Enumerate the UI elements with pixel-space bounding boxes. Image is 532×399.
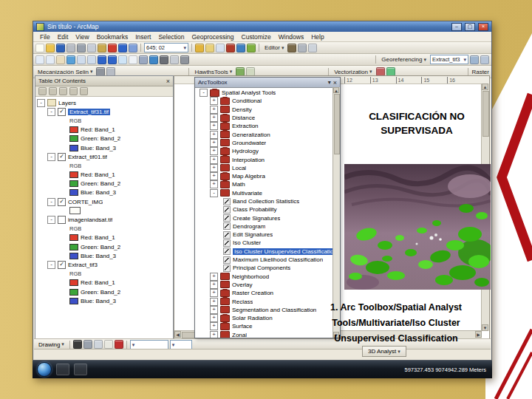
collapse-icon[interactable] [47,108,55,116]
tool-item[interactable]: Maximum Likelihood Classification [197,256,332,264]
expand-icon[interactable] [210,314,218,322]
toc-layer-row[interactable]: Extract_tif31.tif [37,107,173,116]
hawthstools-dropdown[interactable]: HawthsTools [192,69,234,75]
georef-rotate-icon[interactable] [480,55,489,64]
forward-extent-icon[interactable] [108,55,117,64]
toolset-node[interactable]: Density [197,106,332,114]
scroll-up-icon[interactable] [333,87,339,93]
toolset-node[interactable]: Local [197,164,332,172]
rectangle-tool-icon[interactable] [94,340,103,349]
font-combo[interactable] [130,340,168,349]
zoom-in-icon[interactable] [35,55,44,64]
expand-icon[interactable] [210,97,218,105]
collapse-icon[interactable] [210,189,218,197]
start-button[interactable] [37,362,52,377]
list-by-selection-icon[interactable] [69,87,78,95]
layer-checkbox[interactable] [58,261,66,269]
modelbuilder-icon[interactable] [247,44,256,52]
identify-icon[interactable] [149,55,158,64]
expand-icon[interactable] [210,306,218,314]
arccatalog-icon[interactable] [205,44,214,52]
search-icon[interactable] [216,44,225,52]
expand-icon[interactable] [210,273,218,281]
tool-item[interactable]: Create Signatures [197,214,332,222]
toolset-node[interactable]: Overlay [197,281,332,289]
toolset-node[interactable]: Raster Creation [197,289,332,297]
expand-icon[interactable] [210,106,218,114]
menu-item[interactable]: Windows [275,33,307,41]
taskbar-app-icon[interactable] [74,364,87,375]
tool-item[interactable]: Iso Cluster [197,239,332,247]
full-extent-icon[interactable] [66,55,75,64]
georeferencing-dropdown[interactable]: Georeferencing [379,56,429,63]
scroll-left-icon[interactable] [174,331,181,338]
toc-layer-row[interactable]: imagenlandsat.tif [37,215,173,224]
scale-combo[interactable]: 645; 02 [144,43,188,52]
georef-fit-icon[interactable] [470,55,479,64]
redo-icon[interactable] [129,44,137,52]
new-document-icon[interactable] [35,44,44,52]
fixed-zoom-in-icon[interactable] [77,55,86,64]
tool-item[interactable]: Dendrogram [197,222,332,231]
layer-checkbox[interactable] [58,216,66,224]
undo-icon[interactable] [118,44,127,52]
collapse-icon[interactable] [47,216,55,224]
add-data-icon[interactable] [195,44,204,52]
expand-icon[interactable] [210,331,218,338]
layer-checkbox[interactable] [58,108,66,116]
menu-item[interactable]: Selection [154,33,188,41]
editor-sketch-icon[interactable] [287,44,296,52]
toc-layer-row[interactable]: Extract_tif3 [37,260,173,269]
maximize-icon[interactable] [465,23,475,31]
list-by-visibility-icon[interactable] [59,87,67,95]
python-window-icon[interactable] [236,44,245,52]
layer-checkbox[interactable] [58,198,66,206]
toolset-node[interactable]: Generalization [197,130,332,138]
menu-item[interactable]: File [36,33,54,41]
close-icon[interactable] [478,23,488,31]
mecanizacion-dropdown[interactable]: Mecanización Selin [35,69,95,75]
expand-icon[interactable] [210,122,218,130]
toc-layer-row[interactable]: Extract_tif01.tif [37,152,173,161]
cut-icon[interactable] [77,44,86,52]
go-to-xy-icon[interactable] [170,55,179,64]
expand-icon[interactable] [210,172,218,180]
select-features-icon[interactable] [118,55,127,64]
list-by-drawing-order-icon[interactable] [38,87,47,95]
layer-checkbox[interactable] [58,153,66,161]
toc-root-row[interactable]: Layers [37,98,173,107]
chevron-down-icon[interactable] [328,79,331,86]
toolset-node[interactable]: Hydrology [197,147,332,155]
minimize-icon[interactable] [451,23,462,31]
menu-item[interactable]: Customize [238,33,275,41]
collapse-icon[interactable] [200,89,208,97]
toc-options-icon[interactable] [80,87,88,95]
menu-item[interactable]: Help [307,33,327,41]
collapse-icon[interactable] [47,261,55,269]
toolbox-node[interactable]: Spatial Analyst Tools [197,89,332,97]
menu-item[interactable]: View [72,33,92,41]
expand-icon[interactable] [210,289,218,297]
tool-item[interactable]: Principal Components [197,264,332,272]
close-icon[interactable] [166,78,170,85]
raster-toolbar-label[interactable]: Raster [471,69,489,75]
back-extent-icon[interactable] [98,55,106,64]
editor-target-icon[interactable] [298,44,307,52]
zoom-out-icon[interactable] [46,55,55,64]
toolset-node-multivariate[interactable]: Multivariate [197,189,332,197]
expand-icon[interactable] [210,147,218,155]
toolset-node[interactable]: Conditional [197,97,332,105]
tool-item[interactable]: Class Probability [197,205,332,214]
expand-icon[interactable] [210,139,218,147]
font-color-icon[interactable] [115,340,123,349]
drawing-dropdown[interactable]: Drawing [36,341,66,348]
pan-icon[interactable] [56,55,65,64]
rotate-element-icon[interactable] [83,340,92,349]
georeferencing-layer-combo[interactable]: Extract_tif3 [430,55,468,64]
font-size-combo[interactable] [170,340,192,349]
toolset-node[interactable]: Math [197,180,332,188]
copy-icon[interactable] [87,44,96,52]
toolset-node[interactable]: Neighborhood [197,273,332,281]
delete-icon[interactable] [108,44,117,52]
tool-item[interactable]: Edit Signatures [197,231,332,239]
